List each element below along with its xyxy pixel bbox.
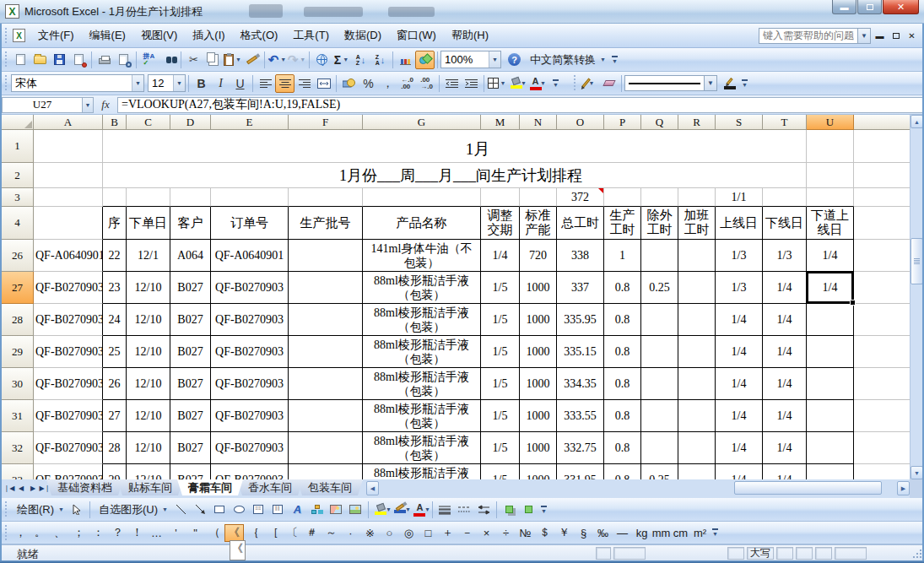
erase-border-button[interactable] [599,74,619,93]
cell[interactable]: 0.8 [604,336,641,368]
select-objects-button[interactable] [68,501,87,519]
cell[interactable] [854,432,910,464]
line-style-button[interactable] [435,501,455,519]
cell[interactable] [678,240,716,272]
scroll-down-button[interactable]: ▼ [910,466,923,479]
cell[interactable]: 0.8 [604,400,641,432]
symbol-button[interactable]: ' [166,524,186,542]
cell[interactable]: 12/10 [127,400,170,432]
symbol-button[interactable]: ※ [360,524,380,542]
menu-item[interactable]: 编辑(E) [82,24,133,47]
cell[interactable]: 24 [103,304,127,336]
table-header[interactable]: 下道上线日 [807,207,854,240]
cell[interactable] [641,368,678,400]
row-header[interactable]: 31 [2,400,34,432]
table-header[interactable]: 下线日 [763,207,807,240]
toolbar-grip[interactable] [4,28,8,44]
new-button[interactable] [11,51,30,69]
cell[interactable]: 1/3 [716,272,763,304]
symbol-button[interactable]: ！ [127,524,147,542]
table-header[interactable]: 产品名称 [363,207,481,240]
table-header[interactable]: 除外工时 [641,207,678,240]
cell[interactable] [289,432,363,464]
cell[interactable]: 1/1 [716,188,763,207]
cell[interactable] [854,240,910,272]
col-header[interactable]: U [807,115,854,130]
symbol-button[interactable]: 。 [30,524,50,542]
line-color-button[interactable]: ▼ [391,501,410,519]
symbol-button[interactable]: § [574,524,593,542]
symbol-button[interactable]: cm [671,524,690,542]
row-header[interactable]: 3 [2,188,34,207]
resize-grip[interactable] [912,549,922,559]
cell[interactable]: QF-B0270903 [211,368,289,400]
line-color-button[interactable] [720,74,739,93]
symbol-button[interactable]: № [516,524,535,542]
cell[interactable]: QF-B0270903 [34,336,103,368]
cell[interactable]: 1/4 [763,464,807,479]
row-header[interactable]: 26 [2,240,34,272]
cell[interactable]: 333.55 [557,400,604,432]
cell[interactable]: 12/1 [127,240,170,272]
symbol-button[interactable]: ○ [380,524,399,542]
symbol-button[interactable]: ： [89,524,108,542]
sheet-tab[interactable]: 香水车间 [237,479,303,495]
open-button[interactable] [30,51,50,69]
cell[interactable]: 0.8 [604,368,641,400]
cell[interactable] [678,272,716,304]
table-header[interactable]: 下单日 [127,207,170,240]
cell[interactable]: QF-B0270903 [211,304,289,336]
cell[interactable] [34,163,103,188]
toolbar-grip[interactable] [4,501,8,517]
cell[interactable]: 12/10 [127,432,170,464]
menu-item[interactable]: 数据(D) [337,24,389,47]
clip-art-button[interactable] [327,501,346,519]
table-header[interactable]: 加班工时 [678,207,716,240]
cut-button[interactable]: ✂ [184,51,203,69]
cell[interactable] [678,188,716,207]
table-header[interactable]: 上线日 [716,207,763,240]
cell[interactable]: 88ml棱形瓶洁手液 （包装） [363,368,481,400]
cell[interactable]: 23 [103,272,127,304]
symbol-button[interactable]: 、 [50,524,69,542]
workbook-close-button[interactable]: ✕ [905,29,919,43]
cell[interactable]: 88ml棱形瓶洁手液 （包装） [363,272,481,304]
scroll-up-button[interactable]: ▲ [910,115,923,128]
symbol-button[interactable]: — [613,524,632,542]
font-color-button[interactable]: A▼ [526,74,545,93]
menu-item[interactable]: 格式(O) [233,24,286,47]
cell[interactable]: 0.8 [604,464,641,479]
toolbar-grip[interactable] [573,75,577,91]
cell[interactable] [854,272,910,304]
cell[interactable]: 0.8 [604,304,641,336]
paste-button[interactable]: ▼ [223,51,242,69]
cell[interactable] [363,188,481,207]
cell[interactable] [641,432,678,464]
zoom-combo[interactable]: 100% ▼ [440,51,501,68]
table-header[interactable]: 客户 [170,207,211,240]
cell[interactable]: 1 [604,240,641,272]
cell[interactable]: 1/5 [481,400,520,432]
col-header[interactable]: O [557,115,604,130]
redo-button[interactable]: ↷▼ [287,51,306,69]
row-header[interactable]: 4 [2,207,34,240]
menu-item[interactable]: 视图(V) [133,24,185,47]
toolbar-grip[interactable] [4,525,8,541]
cell[interactable]: 1000 [520,432,557,464]
menu-item[interactable]: 窗口(W) [389,24,444,47]
cell[interactable]: 1/4 [716,432,763,464]
cell[interactable]: QF-B0270903 [211,432,289,464]
cell[interactable] [170,188,211,207]
col-header[interactable]: D [170,115,211,130]
cell[interactable] [854,207,910,240]
cell[interactable]: 88ml棱形瓶洁手液 （包装） [363,432,481,464]
hyperlink-button[interactable] [312,51,332,69]
horizontal-scrollbar[interactable]: ◀ ▶ [366,481,910,495]
cell[interactable] [289,336,363,368]
cell[interactable]: 338 [557,240,604,272]
cell[interactable] [641,240,678,272]
sheet-tab[interactable]: 贴标车间 [117,479,183,495]
cell[interactable]: 1/4 [763,432,807,464]
cell[interactable]: 1/4 [807,240,854,272]
row-header[interactable]: 27 [2,272,34,304]
